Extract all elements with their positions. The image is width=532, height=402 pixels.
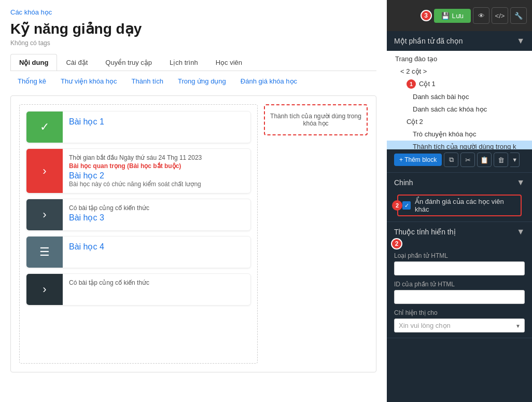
add-block-button[interactable]: + Thêm block [394,154,442,166]
tree-item-cot-1[interactable]: 1 Cột 1 [387,78,532,90]
id-phan-tu-label: ID của phần tử HTML [394,281,525,288]
right-column: Thành tích của người dùng trong khóa học [264,104,368,364]
settings-button[interactable]: 🔧 [510,7,527,24]
section2-content: ✓ Ẩn đánh giá của các học viên khác 2 [387,192,532,221]
copy-icon: ⧉ [449,156,454,164]
tab-danh-gia-khoa-hoc[interactable]: Đánh giá khóa học [233,75,304,87]
tree-item-tro-chuyen-khoa-hoc[interactable]: Trò chuyện khóa học [387,128,532,141]
lesson-icon-arrow: › [26,274,63,305]
save-button[interactable]: 💾 Lưu [434,9,471,23]
delete-block-button[interactable]: 🗑 [494,153,508,167]
panel-section-1-title: Một phần tử đã chọn [394,37,463,45]
tab-hoc-vien[interactable]: Học viên [207,54,251,71]
chevron-down-icon: ▼ [516,36,525,46]
attr-section: Loại phần tử HTML ID của phần tử HTML Ch… [387,242,532,338]
tab-thong-ke[interactable]: Thống kê [10,75,53,87]
lesson-item[interactable]: ☰ Bài học 4 [26,236,251,268]
tree-list-container[interactable]: Trang đào tạo < 2 cột > 1 Cột 1 Danh sác… [387,51,532,149]
panel-section-3-header[interactable]: Thuộc tính hiển thị ▼ [387,222,532,242]
lesson-item[interactable]: ✓ Bài học 1 [26,111,251,143]
code-icon: </> [495,12,505,20]
panel-section-2-title: Chinh [394,178,413,187]
chevron-down-icon: ▼ [512,157,517,163]
lesson-body: Thời gian bắt đầu Ngày thứ sáu 24 Thg 11… [63,149,250,193]
lesson-desc: Bài học này có chức năng kiểm soát chất … [69,181,244,188]
lesson-body: Bài học 4 [63,237,250,268]
lesson-meta: Thời gian bắt đầu Ngày thứ sáu 24 Thg 11… [69,154,244,161]
cut-block-button[interactable]: ✂ [460,153,475,167]
tree-list: Trang đào tạo < 2 cột > 1 Cột 1 Danh sác… [387,51,532,149]
chevron-down-icon: ▼ [516,178,525,187]
save-label: Lưu [452,12,464,20]
secondary-tabs: Thống kê Thư viện khóa học Thành tích Tr… [10,73,376,91]
tree-item-danh-sach-bai-hoc[interactable]: Danh sách bài học [387,91,532,103]
tab-trong-ung-dung[interactable]: Trong ứng dụng [171,75,233,87]
tree-item-danh-sach-cac-khoa-hoc[interactable]: Danh sách các khóa học [387,103,532,116]
panel-section-1: Một phần tử đã chọn ▼ Trang đào tạo < 2 … [387,31,532,173]
breadcrumb[interactable]: Các khóa học [10,8,376,16]
tree-item-cot-2[interactable]: Cột 2 [387,116,532,128]
page-subtitle: Không có tags [10,39,376,47]
page-title: Kỹ năng giảng dạy [10,20,376,37]
badge-3: 3 [421,10,432,21]
lesson-body: Có bài tập củng cố kiến thức Bài học 3 [63,199,250,230]
content-block: ✓ Bài học 1 › Thời gian bắt đầu Ngày thứ… [10,95,376,372]
check-icon: ✓ [404,202,409,209]
lesson-icon-check: ✓ [26,112,63,143]
panel-section-2: Chinh ▼ ✓ Ẩn đánh giá của các học viên k… [387,173,532,222]
checkbox-highlight-row: ✓ Ẩn đánh giá của các học viên khác 2 [397,195,522,216]
panel-section-1-header[interactable]: Một phần tử đã chọn ▼ [387,31,532,51]
trash-icon: 🗑 [498,156,505,164]
preview-button[interactable]: 👁 [473,7,489,24]
tab-lich-trinh[interactable]: Lịch trình [161,54,207,71]
lesson-item[interactable]: › Có bài tập củng cố kiến thức [26,273,251,306]
more-options-button[interactable]: ▼ [510,153,520,167]
panel-section-3-title: Thuộc tính hiển thị [394,228,456,236]
eye-icon: 👁 [478,12,485,20]
achievement-box: Thành tích của người dùng trong khóa học [264,104,368,135]
panel-section-2-header[interactable]: Chinh ▼ [387,173,532,192]
panel-section-3: Thuộc tính hiển thị ▼ Loại phần tử HTML … [387,222,532,338]
lesson-body: Có bài tập củng cố kiến thức [63,274,250,305]
primary-tabs: Nội dung Cài đặt Quyền truy cập Lịch trì… [10,54,376,71]
lesson-icon-list: ☰ [26,237,63,268]
lesson-meta: Có bài tập củng cố kiến thức [69,279,244,286]
lesson-title: Bài học 1 [69,117,244,127]
lesson-meta: Có bài tập củng cố kiến thức [69,204,244,212]
lessons-column: ✓ Bài học 1 › Thời gian bắt đầu Ngày thứ… [19,104,258,364]
block-toolbar: + Thêm block ⧉ ✂ 📋 🗑 ▼ [387,149,532,172]
lesson-icon-arrow: › [26,149,63,193]
lesson-title: Bài học 4 [69,242,244,252]
chevron-down-icon: ▼ [516,227,525,237]
badge-1: 1 [407,79,416,89]
id-phan-tu-input[interactable] [394,290,525,304]
wrench-icon: 🔧 [514,12,523,20]
lesson-item[interactable]: › Có bài tập củng cố kiến thức Bài học 3 [26,199,251,231]
hide-ratings-label: Ẩn đánh giá của các học viên khác [415,198,516,213]
achievement-text: Thành tích của người dùng trong khóa học [270,113,361,127]
loai-phan-tu-label: Loại phần tử HTML [394,252,525,259]
chi-hien-thi-select[interactable]: Xin vui lòng chọn [394,318,525,332]
tree-item-2-cot[interactable]: < 2 cột > [387,65,532,78]
paste-block-button[interactable]: 📋 [477,153,492,167]
tab-noi-dung[interactable]: Nội dung [10,54,57,71]
tab-quyen-truy-cap[interactable]: Quyền truy cập [96,54,161,71]
top-toolbar: 3 💾 Lưu 👁 </> 🔧 [387,0,532,31]
tab-thanh-tich[interactable]: Thành tích [124,75,171,87]
loai-phan-tu-input[interactable] [394,261,525,275]
lesson-title: Bài học 3 [69,213,244,223]
lesson-body: Bài học 1 [63,112,250,143]
tree-item-thanh-tich-selected[interactable]: Thành tích của người dùng trong k [387,141,532,149]
copy-block-button[interactable]: ⧉ [444,153,458,167]
chi-hien-thi-select-wrap: Xin vui lòng chọn [394,318,525,332]
lesson-warn: Bài học quan trọng (Bài học bắt buộc) [69,162,244,170]
tab-thu-vien-khoa-hoc[interactable]: Thư viện khóa học [53,75,124,87]
lesson-title: Bài học 2 [69,171,244,181]
code-button[interactable]: </> [492,7,508,24]
hide-ratings-checkbox[interactable]: ✓ [402,201,411,210]
tree-item-trang-dao-tao[interactable]: Trang đào tạo [387,53,532,65]
lesson-item[interactable]: › Thời gian bắt đầu Ngày thứ sáu 24 Thg … [26,148,251,193]
tab-cai-dat[interactable]: Cài đặt [57,54,96,71]
badge-1-wrapper: 1 [407,79,416,89]
lesson-icon-arrow: › [26,199,63,230]
